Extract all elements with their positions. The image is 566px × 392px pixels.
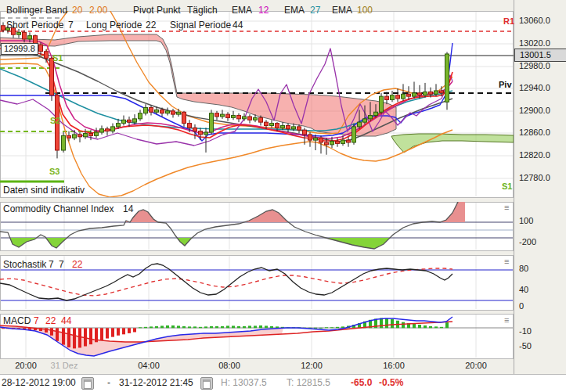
price-tick: 12900.0 xyxy=(519,106,550,116)
pivot-timeframe[interactable]: Täglich xyxy=(187,5,218,16)
trading-chart-window: Bollinger Band202.00Pivot PunktTäglichEM… xyxy=(0,0,566,392)
date-to-calendar-button[interactable] xyxy=(200,377,213,390)
short-period-label[interactable]: Short Periode xyxy=(6,20,63,31)
price-tick: 13020.0 xyxy=(519,38,550,49)
indicator-ema100-label[interactable]: EMA xyxy=(332,5,352,16)
status-bar: 28-12-2012 19:00-31-12-2012 21:45H: 1303… xyxy=(0,374,566,392)
time-tick: 31 Dez xyxy=(51,361,78,371)
panel-menu-grip-icon[interactable]: ≡ xyxy=(504,315,508,325)
time-tick: 04:00 xyxy=(138,361,160,371)
indicator-pivot-label[interactable]: Pivot Punkt xyxy=(133,5,181,16)
support-label-s3: S3 xyxy=(49,167,59,177)
time-tick: 20:00 xyxy=(15,361,37,371)
signal-period-value[interactable]: 44 xyxy=(233,20,243,31)
stochastic-title[interactable]: 7 xyxy=(49,260,54,271)
change-absolute-value: -65.0 xyxy=(351,378,372,389)
macd-title[interactable]: 44 xyxy=(61,316,71,327)
date-to-field[interactable]: 31-12-2012 21:45 xyxy=(119,378,193,389)
last-price-box: 13001.5 xyxy=(514,49,566,62)
price-tick: 12820.0 xyxy=(519,150,550,160)
chart-labels-layer: Bollinger Band202.00Pivot PunktTäglichEM… xyxy=(0,0,566,392)
pivot-label-s1: S1 xyxy=(502,182,512,192)
indicator-bollinger-label[interactable]: Bollinger Band xyxy=(6,5,67,16)
macd-title[interactable]: MACD xyxy=(3,316,31,327)
stochastic-tick: 40 xyxy=(519,285,528,295)
macd-title[interactable]: 22 xyxy=(45,316,56,327)
price-tick: 12940.0 xyxy=(519,83,550,93)
price-tick: 13060.0 xyxy=(519,16,550,26)
bollinger-period[interactable]: 20 xyxy=(72,5,82,16)
cci-tick: 100 xyxy=(519,216,533,226)
time-tick: 16:00 xyxy=(383,361,405,371)
macd-title[interactable]: 7 xyxy=(34,316,39,327)
stochastic-title[interactable]: Stochastik xyxy=(3,260,46,271)
long-period-value[interactable]: 22 xyxy=(146,20,156,31)
stochastic-tick: 0 xyxy=(519,301,524,311)
cci-tick: -200 xyxy=(519,237,536,247)
time-tick: 08:00 xyxy=(218,361,240,371)
indicator-ema27-label[interactable]: EMA xyxy=(284,5,305,16)
ema100-period[interactable]: 100 xyxy=(357,5,373,16)
pivot-label-r1: R1 xyxy=(503,16,514,27)
long-period-label[interactable]: Long Periode xyxy=(86,20,142,31)
ema12-period[interactable]: 12 xyxy=(258,5,269,16)
session-low-value: T: 12815.5 xyxy=(287,378,330,389)
date-from-field[interactable]: 28-12-2012 19:00 xyxy=(2,378,76,389)
price-tick: 12860.0 xyxy=(519,128,550,138)
session-high-value: H: 13037.5 xyxy=(221,378,267,389)
change-percent-value: -0.5% xyxy=(379,378,403,389)
time-tick: 12:00 xyxy=(301,361,323,371)
left-price-label: 12999.8 xyxy=(1,43,38,55)
stochastic-title[interactable]: 22 xyxy=(72,260,82,271)
date-from-calendar-button[interactable] xyxy=(81,377,94,390)
price-tick: 12980.0 xyxy=(519,61,550,71)
indicator-ema12-label[interactable]: EMA xyxy=(232,5,252,16)
bollinger-deviation[interactable]: 2.00 xyxy=(89,5,107,16)
macd-tick: -10 xyxy=(519,326,532,336)
short-period-value[interactable]: 7 xyxy=(68,20,74,31)
pivot-label-piv: Piv xyxy=(499,80,512,90)
panel-menu-grip-icon[interactable]: ≡ xyxy=(504,203,508,213)
cci-title[interactable]: 14 xyxy=(123,204,133,215)
stochastic-tick: 80 xyxy=(519,264,528,274)
support-label-s1: S1 xyxy=(52,53,63,63)
time-tick: 20:00 xyxy=(465,361,487,371)
calendar-icon xyxy=(203,379,211,389)
cci-title[interactable]: Commodity Channel Index xyxy=(3,204,114,215)
signal-period-label[interactable]: Signal Periode xyxy=(170,20,231,31)
stochastic-title[interactable]: 7 xyxy=(59,260,64,271)
calendar-icon xyxy=(84,379,92,389)
indicative-data-note: Daten sind indikativ xyxy=(3,185,85,196)
date-range-separator: - xyxy=(107,378,110,389)
macd-tick: -50 xyxy=(519,341,532,351)
price-tick: 12780.0 xyxy=(519,173,550,183)
support-label-s2: S2 xyxy=(50,116,60,126)
ema27-period[interactable]: 27 xyxy=(310,5,320,16)
panel-menu-grip-icon[interactable]: ≡ xyxy=(504,257,508,267)
